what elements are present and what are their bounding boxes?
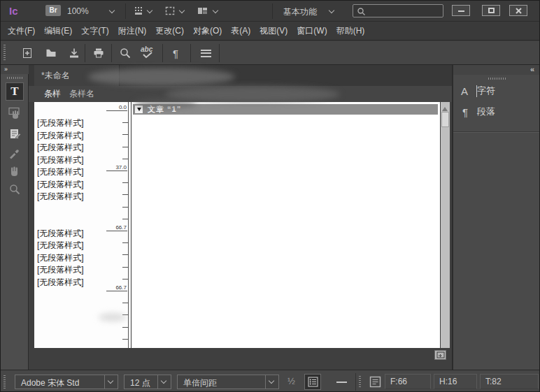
menu-item-8[interactable]: 窗口(W) — [297, 25, 327, 37]
paragraph-style-row[interactable]: [无段落样式] — [37, 252, 84, 264]
chevron-down-icon[interactable] — [213, 8, 218, 13]
leading-dropdown[interactable]: 单倍间距 — [177, 375, 279, 389]
paragraph-style-row[interactable]: [无段落样式] — [37, 117, 84, 129]
hand-tool-icon — [8, 165, 21, 177]
document-tab[interactable]: *未命名 — [34, 65, 120, 86]
tools-collapse-header[interactable]: » — [1, 65, 29, 74]
divider — [125, 3, 126, 19]
zoom-level-value[interactable]: 100% — [67, 6, 89, 16]
incopy-logo-icon: Ic — [9, 5, 18, 17]
dropdown-arrow[interactable] — [265, 375, 278, 389]
dropdown-arrow[interactable] — [157, 375, 171, 389]
chevron-down-icon[interactable] — [329, 8, 334, 13]
spell-check-button[interactable]: abc — [139, 45, 156, 61]
paragraph-style-row[interactable]: [无段落样式] — [37, 154, 84, 166]
toolbar-grip[interactable] — [3, 45, 6, 61]
menu-item-6[interactable]: 表(A) — [231, 25, 250, 37]
divider — [111, 44, 112, 62]
panel-menu-button[interactable] — [197, 45, 214, 61]
new-document-icon — [21, 47, 34, 59]
chevron-down-icon — [269, 378, 274, 384]
search-input[interactable] — [369, 6, 441, 16]
chevron-down-icon[interactable] — [179, 8, 185, 13]
chevron-down-icon[interactable] — [109, 8, 115, 13]
chevron-down-icon — [161, 378, 166, 384]
menu-item-5[interactable]: 对象(O) — [193, 25, 222, 37]
ruler-depth-label: 66.7 — [106, 284, 127, 291]
paragraph-style-row[interactable]: [无段落样式] — [37, 166, 84, 178]
page-corner-icon — [436, 351, 445, 358]
position-tool-button[interactable] — [6, 104, 24, 122]
minimize-icon — [458, 10, 464, 12]
incopy-window: Ic Br 100% 基本功能 文件(F)编辑(E)文字(T)附注(N) — [0, 0, 540, 392]
search-icon — [119, 47, 132, 59]
dock-grip[interactable] — [488, 78, 506, 80]
scroll-up-icon[interactable] — [442, 104, 448, 111]
chevron-down-icon[interactable] — [147, 8, 152, 13]
galley-view-toggle[interactable] — [304, 374, 321, 390]
character-panel-button[interactable]: A 字符 — [453, 82, 540, 100]
collapse-story-icon[interactable] — [135, 106, 143, 113]
screen-mode-icon[interactable] — [197, 6, 208, 19]
menu-item-4[interactable]: 更改(C) — [155, 25, 184, 37]
paragraph-panel-button[interactable]: ¶ 段落 — [453, 103, 540, 121]
paragraph-style-row[interactable]: [无段落样式] — [37, 179, 84, 191]
copyfit-stat-0: F:66 — [385, 374, 431, 389]
save-button[interactable] — [66, 45, 83, 61]
hand-tool-button[interactable] — [6, 162, 24, 180]
line-numbers-icon[interactable]: ½ — [287, 376, 295, 386]
ruler-tick — [122, 303, 129, 303]
menu-item-0[interactable]: 文件(F) — [8, 25, 35, 37]
view-grid-icon[interactable] — [134, 6, 144, 19]
scrollbar-thumb[interactable] — [441, 112, 449, 127]
font-family-dropdown[interactable]: Adobe 宋体 Std — [15, 375, 118, 389]
copyfit-grip[interactable] — [359, 376, 361, 388]
paragraph-style-row[interactable]: [无段落样式] — [37, 130, 84, 142]
paragraph-style-row[interactable]: [无段落样式] — [37, 277, 84, 289]
open-button[interactable] — [43, 45, 59, 61]
view-tab-galley[interactable]: 条样 — [44, 86, 61, 102]
story-header[interactable]: 文章 “1” — [133, 104, 438, 115]
ruler-depth-label: 66.7 — [106, 224, 127, 231]
find-button[interactable] — [117, 45, 134, 61]
zoom-tool-button[interactable] — [6, 180, 24, 198]
eyedropper-tool-button[interactable] — [6, 144, 24, 162]
show-hidden-characters-icon: ¶ — [173, 48, 178, 59]
paragraph-style-row[interactable]: [无段落样式] — [37, 264, 84, 276]
paragraph-style-row[interactable]: [无段落样式] — [37, 240, 84, 252]
right-dock-panel: « A 字符 ¶ 段落 — [452, 65, 540, 370]
paragraph-style-row[interactable]: [无段落样式] — [37, 142, 84, 154]
vertical-scrollbar[interactable] — [441, 102, 450, 348]
show-hidden-characters-button[interactable]: ¶ — [167, 45, 184, 61]
workspace-switcher[interactable]: 基本功能 — [283, 6, 317, 18]
collapse-left-icon[interactable]: « — [530, 65, 534, 73]
tools-grip[interactable] — [7, 77, 22, 79]
dropdown-arrow[interactable] — [104, 375, 118, 389]
galley-text-area[interactable]: 文章 “1” — [132, 102, 440, 348]
marquee-icon[interactable] — [164, 6, 176, 19]
dock-header: « — [453, 65, 540, 75]
menu-item-3[interactable]: 附注(N) — [118, 25, 147, 37]
maximize-button[interactable] — [482, 5, 500, 16]
bridge-button[interactable]: Br — [45, 5, 61, 16]
menu-item-9[interactable]: 帮助(H) — [336, 25, 365, 37]
note-tool-button[interactable] — [6, 125, 24, 143]
font-size-dropdown[interactable]: 12 点 — [124, 375, 171, 389]
status-bar-grip[interactable] — [3, 375, 6, 389]
ruler-tick — [122, 267, 129, 268]
search-box — [353, 4, 443, 17]
paragraph-style-row[interactable]: [无段落样式] — [37, 191, 84, 203]
new-document-button[interactable] — [19, 45, 36, 61]
ruler-depth-label: 0.0 — [106, 104, 127, 111]
menu-item-2[interactable]: 文字(T) — [81, 25, 108, 37]
divider — [355, 373, 356, 391]
overset-indicator-button[interactable] — [434, 350, 446, 360]
minimize-button[interactable] — [452, 5, 470, 16]
print-button[interactable] — [90, 45, 107, 61]
menu-item-7[interactable]: 视图(V) — [260, 25, 287, 37]
close-button[interactable] — [509, 5, 527, 16]
type-tool-button[interactable]: T — [6, 82, 24, 101]
view-tab-secondary[interactable]: 条样名 — [69, 86, 94, 102]
menu-item-1[interactable]: 编辑(E) — [44, 25, 72, 37]
paragraph-style-row[interactable]: [无段落样式] — [37, 228, 84, 240]
